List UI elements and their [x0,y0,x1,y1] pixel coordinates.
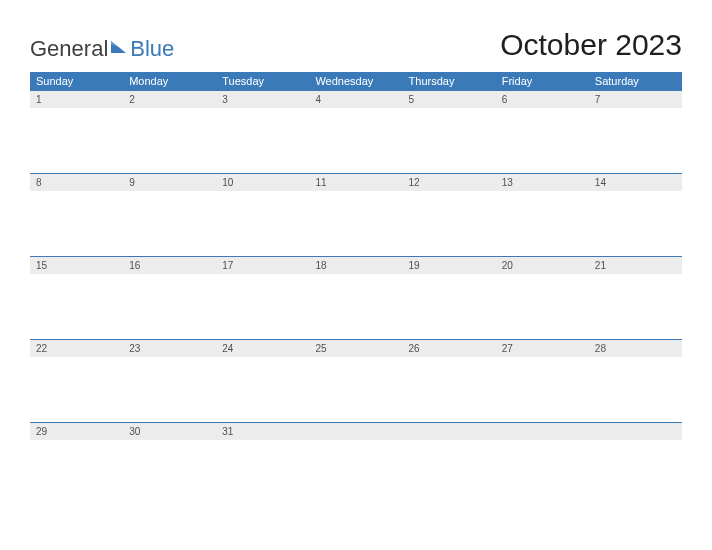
day-cell: 12 [403,173,496,256]
day-cell [309,422,402,505]
day-header-tuesday: Tuesday [216,72,309,90]
day-number: 7 [589,91,682,108]
day-cell: 26 [403,339,496,422]
day-cell: 9 [123,173,216,256]
day-number: 2 [123,91,216,108]
day-cell: 23 [123,339,216,422]
header: General Blue October 2023 [30,28,682,62]
day-header-sunday: Sunday [30,72,123,90]
week-row: 29 30 31 [30,422,682,505]
day-number: 11 [309,174,402,191]
day-number: 15 [30,257,123,274]
day-header-saturday: Saturday [589,72,682,90]
day-cell [403,422,496,505]
logo: General Blue [30,36,174,62]
calendar: Sunday Monday Tuesday Wednesday Thursday… [30,72,682,505]
day-number: 6 [496,91,589,108]
day-number: 4 [309,91,402,108]
day-number: 14 [589,174,682,191]
day-cell: 27 [496,339,589,422]
day-number: 26 [403,340,496,357]
day-number: 24 [216,340,309,357]
day-cell: 28 [589,339,682,422]
day-header-wednesday: Wednesday [309,72,402,90]
day-cell: 19 [403,256,496,339]
logo-triangle-icon [110,36,128,62]
day-cell: 30 [123,422,216,505]
week-row: 1 2 3 4 5 6 7 [30,90,682,173]
day-cell: 18 [309,256,402,339]
day-cell: 6 [496,90,589,173]
day-cell: 29 [30,422,123,505]
day-cell: 1 [30,90,123,173]
day-header-friday: Friday [496,72,589,90]
day-number: 10 [216,174,309,191]
day-cell: 10 [216,173,309,256]
day-cell: 22 [30,339,123,422]
day-number: 21 [589,257,682,274]
day-cell: 21 [589,256,682,339]
day-cell: 16 [123,256,216,339]
day-cell: 15 [30,256,123,339]
day-number [589,423,682,440]
day-number: 8 [30,174,123,191]
day-number: 19 [403,257,496,274]
week-row: 15 16 17 18 19 20 21 [30,256,682,339]
day-number: 20 [496,257,589,274]
day-number: 17 [216,257,309,274]
day-number: 31 [216,423,309,440]
day-number: 5 [403,91,496,108]
day-number: 12 [403,174,496,191]
day-number: 9 [123,174,216,191]
day-number: 13 [496,174,589,191]
logo-text-general: General [30,36,108,62]
day-cell: 4 [309,90,402,173]
day-number: 27 [496,340,589,357]
week-row: 22 23 24 25 26 27 28 [30,339,682,422]
day-cell: 13 [496,173,589,256]
day-number: 22 [30,340,123,357]
day-number: 23 [123,340,216,357]
day-cell: 24 [216,339,309,422]
day-number [403,423,496,440]
day-cell [589,422,682,505]
day-cell: 3 [216,90,309,173]
day-cell: 25 [309,339,402,422]
day-cell: 8 [30,173,123,256]
day-number: 18 [309,257,402,274]
day-number: 25 [309,340,402,357]
day-cell: 20 [496,256,589,339]
day-number: 3 [216,91,309,108]
day-header-thursday: Thursday [403,72,496,90]
day-headers-row: Sunday Monday Tuesday Wednesday Thursday… [30,72,682,90]
week-row: 8 9 10 11 12 13 14 [30,173,682,256]
day-number [496,423,589,440]
day-cell [496,422,589,505]
day-cell: 31 [216,422,309,505]
day-number: 1 [30,91,123,108]
day-cell: 7 [589,90,682,173]
day-number [309,423,402,440]
day-cell: 14 [589,173,682,256]
day-cell: 5 [403,90,496,173]
day-cell: 17 [216,256,309,339]
day-number: 28 [589,340,682,357]
day-cell: 11 [309,173,402,256]
day-number: 30 [123,423,216,440]
page-title: October 2023 [500,28,682,62]
logo-text-blue: Blue [130,36,174,62]
day-cell: 2 [123,90,216,173]
day-header-monday: Monday [123,72,216,90]
day-number: 29 [30,423,123,440]
day-number: 16 [123,257,216,274]
